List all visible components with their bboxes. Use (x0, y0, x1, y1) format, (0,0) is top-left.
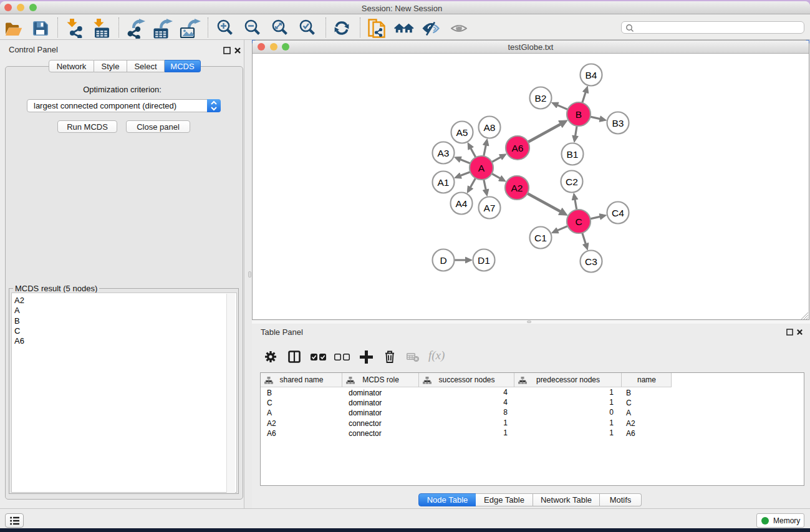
svg-text:C: C (575, 216, 582, 227)
svg-text:D1: D1 (478, 255, 490, 266)
svg-text:B2: B2 (535, 93, 547, 104)
svg-text:A: A (478, 163, 485, 173)
svg-text:A3: A3 (438, 148, 450, 158)
svg-text:A8: A8 (484, 122, 496, 133)
svg-text:B4: B4 (586, 70, 597, 80)
svg-text:D: D (440, 255, 446, 266)
svg-text:A2: A2 (511, 183, 523, 193)
svg-text:A4: A4 (456, 198, 468, 209)
svg-text:B1: B1 (567, 149, 579, 160)
svg-text:A5: A5 (456, 127, 468, 138)
svg-text:C1: C1 (534, 233, 547, 243)
svg-text:A7: A7 (484, 203, 496, 213)
svg-text:A6: A6 (512, 143, 524, 153)
svg-text:C4: C4 (612, 208, 624, 218)
svg-text:A1: A1 (438, 177, 450, 188)
svg-text:C3: C3 (585, 256, 597, 267)
svg-text:B3: B3 (612, 118, 624, 128)
svg-text:B: B (576, 109, 582, 120)
svg-text:C2: C2 (566, 177, 578, 187)
